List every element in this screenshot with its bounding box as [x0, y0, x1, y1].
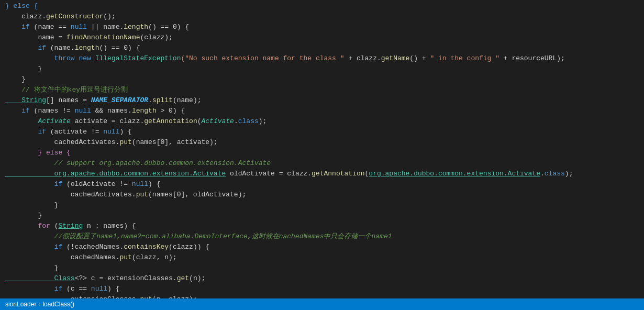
code-line: cachedActivates.put(names[0], oldActivat… — [5, 190, 644, 200]
breadcrumb-sep-1: › — [38, 301, 40, 308]
code-line: // support org.apache.dubbo.common.exten… — [5, 158, 644, 169]
code-content: } else { clazz.getConstructor(); if (nam… — [0, 0, 644, 298]
code-line: clazz.getConstructor(); — [5, 12, 644, 22]
code-line: cachedActivates.put(names[0], activate); — [5, 137, 644, 148]
editor-container: } else { clazz.getConstructor(); if (nam… — [0, 0, 644, 298]
code-line: } else { — [5, 148, 644, 158]
code-line: name = findAnnotationName(clazz); — [5, 32, 644, 43]
code-line: throw new IllegalStateException("No such… — [5, 53, 644, 64]
breadcrumb: sionLoader › loadClass() — [5, 301, 74, 308]
code-line: Activate activate = clazz.getAnnotation(… — [5, 116, 644, 127]
breadcrumb-item-2: loadClass() — [42, 301, 74, 308]
code-line: // 将文件中的key用逗号进行分割 — [5, 85, 644, 95]
code-line: } else { — [5, 1, 644, 12]
code-line: } — [5, 200, 644, 211]
code-line: Class<?> c = extensionClasses.get(n); — [5, 273, 644, 284]
code-line: if (name == null || name.length() == 0) … — [5, 22, 644, 32]
code-line: //假设配置了name1,name2=com.alibaba.DemoInter… — [5, 231, 644, 242]
statusbar: sionLoader › loadClass() — [0, 298, 644, 310]
code-area: } else { clazz.getConstructor(); if (nam… — [0, 0, 644, 298]
code-line: if (names != null && names.length > 0) { — [5, 106, 644, 116]
code-line: if (oldActivate != null) { — [5, 179, 644, 190]
code-line: } — [5, 74, 644, 85]
code-line: if (activate != null) { — [5, 127, 644, 137]
code-line: cachedNames.put(clazz, n); — [5, 252, 644, 263]
breadcrumb-item-1: sionLoader — [5, 301, 36, 308]
code-line: if (!cachedNames.containsKey(clazz)) { — [5, 242, 644, 252]
code-line: extensionClasses.put(n, clazz); — [5, 294, 644, 298]
code-line: String[] names = NAME_SEPARATOR.split(na… — [5, 95, 644, 106]
code-line: if (name.length() == 0) { — [5, 43, 644, 53]
code-line: } — [5, 64, 644, 74]
code-line: for (String n : names) { — [5, 221, 644, 231]
code-line: if (c == null) { — [5, 284, 644, 294]
code-line: org.apache.dubbo.common.extension.Activa… — [5, 169, 644, 179]
code-line: } — [5, 263, 644, 273]
code-line: } — [5, 211, 644, 221]
